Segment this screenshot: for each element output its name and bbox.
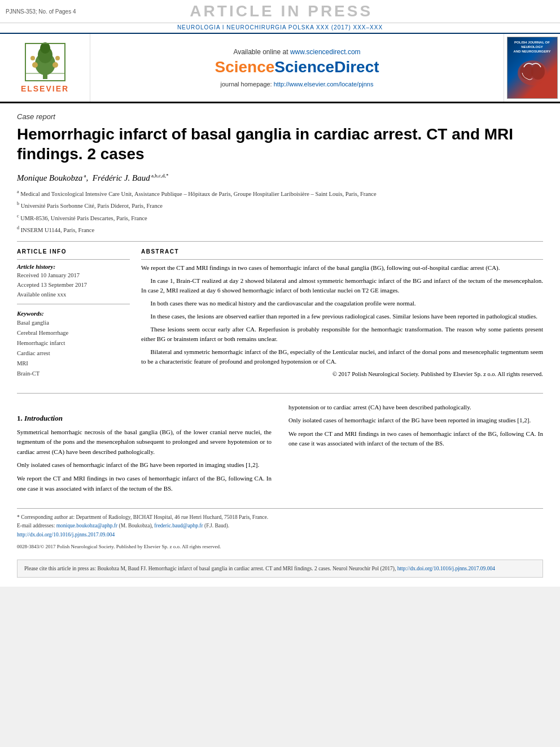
article-title: Hemorrhagic infarct of basal ganglia in … bbox=[17, 124, 543, 164]
accepted-date: Accepted 13 September 2017 bbox=[17, 281, 130, 290]
divider-abstract-top bbox=[141, 259, 543, 260]
abstract-col: ABSTRACT We report the CT and MRI findin… bbox=[141, 248, 543, 383]
abstract-para-4: In these cases, the lesions are observed… bbox=[141, 312, 543, 321]
corresponding-author-note: * Corresponding author at: Department of… bbox=[17, 513, 543, 522]
article-info-header: ARTICLE INFO bbox=[17, 248, 130, 255]
abstract-para-2: In case 1, Brain-CT realized at day 2 sh… bbox=[141, 276, 543, 295]
abstract-para-5: These lesions seem occur early after CA.… bbox=[141, 325, 543, 344]
affiliation-a: a Medical and Toxicological Intensive Ca… bbox=[17, 189, 543, 198]
journal-homepage-text: journal homepage: http://www.elsevier.co… bbox=[221, 81, 374, 88]
keyword-6: Brain-CT bbox=[17, 369, 130, 379]
received-date: Received 10 January 2017 bbox=[17, 271, 130, 281]
svg-point-5 bbox=[53, 62, 58, 68]
keyword-4: Cardiac arrest bbox=[17, 348, 130, 359]
journal-name-link[interactable]: NEUROLOGIA I NEUROCHIRURGIA POLSKA XXX (… bbox=[177, 24, 383, 30]
right-para-3: We report the CT and MRI findings in two… bbox=[288, 429, 543, 449]
section-1-label: Introduction bbox=[24, 414, 63, 422]
elsevier-text: ELSEVIER bbox=[21, 84, 69, 93]
article-info-col: ARTICLE INFO Article history: Received 1… bbox=[17, 248, 130, 383]
cover-title-line1: POLISH JOURNAL OF bbox=[514, 41, 550, 45]
keyword-3: Hemorrhagic infarct bbox=[17, 338, 130, 348]
email-label: E-mail addresses: bbox=[17, 523, 55, 528]
abstract-header: ABSTRACT bbox=[141, 248, 543, 255]
intro-para-1: Symmetrical hemorrhagic necrosis of the … bbox=[17, 427, 272, 457]
author-1-name: Monique Boukobza bbox=[17, 173, 82, 182]
email-2-person: (F.J. Baud). bbox=[204, 523, 229, 528]
email-1-person: (M. Boukobza), bbox=[119, 523, 153, 528]
cite-box: Please cite this article in press as: Bo… bbox=[17, 560, 543, 578]
abstract-text: We report the CT and MRI findings in two… bbox=[141, 263, 543, 379]
section-introduction: 1. Introduction Symmetrical hemorrhagic … bbox=[17, 414, 272, 494]
article-type-label: Case report bbox=[17, 112, 543, 121]
keyword-1: Basal ganglia bbox=[17, 318, 130, 328]
svg-point-12 bbox=[531, 64, 545, 80]
cite-doi-link[interactable]: http://dx.doi.org/10.1016/j.pjnns.2017.0… bbox=[397, 566, 495, 571]
abstract-para-6: Bilateral and symmetric hemorrhagic infa… bbox=[141, 347, 543, 366]
affiliation-c: c UMR-8536, Université Paris Descartes, … bbox=[17, 213, 543, 222]
science-direct-logo: ScienceScienceDirect bbox=[215, 58, 379, 76]
author-1-sup: a bbox=[82, 173, 86, 178]
affiliation-b: b Université Paris Sorbonne Cité, Paris … bbox=[17, 200, 543, 210]
email-addresses-line: E-mail addresses: monique.boukobza@aphp.… bbox=[17, 522, 543, 530]
article-in-press-title: ARTICLE IN PRESS bbox=[76, 2, 487, 20]
cover-title-line2: NEUROLOGY bbox=[521, 45, 543, 50]
affiliation-d: d INSERM U1144, Paris, France bbox=[17, 225, 543, 234]
svg-point-7 bbox=[55, 56, 60, 60]
svg-point-6 bbox=[30, 56, 35, 60]
divider-body-top bbox=[17, 393, 543, 394]
doi-link[interactable]: http://dx.doi.org/10.1016/j.pjnns.2017.0… bbox=[17, 532, 115, 538]
right-para-1: hypotension or to cardiac arrest (CA) ha… bbox=[288, 403, 543, 413]
author-2-name: Frédéric J. Baud bbox=[93, 173, 150, 182]
elsevier-logo-box: ELSEVIER bbox=[0, 34, 90, 102]
body-right-col: hypotension or to cardiac arrest (CA) ha… bbox=[288, 403, 543, 497]
divider-affiliations bbox=[17, 241, 543, 242]
journal-homepage-link[interactable]: http://www.elsevier.com/locate/pjnns bbox=[274, 81, 374, 88]
divider-info-mid bbox=[17, 304, 130, 304]
footnote-area: * Corresponding author at: Department of… bbox=[17, 508, 543, 551]
article-history-label: Article history: bbox=[17, 263, 130, 270]
cover-title-line3: AND NEUROSURGERY bbox=[514, 50, 551, 54]
science-direct-url[interactable]: www.sciencedirect.com bbox=[290, 48, 361, 56]
body-left-col: 1. Introduction Symmetrical hemorrhagic … bbox=[17, 403, 272, 497]
cite-prefix: Please cite this article in press as: Bo… bbox=[24, 566, 396, 571]
divider-info-top bbox=[17, 259, 130, 260]
issn-line: 0028-3843/© 2017 Polish Neurological Soc… bbox=[17, 543, 543, 551]
cover-brain-image bbox=[515, 56, 549, 90]
abstract-para-3: In both cases there was no medical histo… bbox=[141, 299, 543, 308]
email-2-link[interactable]: frederic.baud@aphp.fr bbox=[154, 523, 203, 528]
available-online: Available online xxx bbox=[17, 290, 130, 300]
section-1-number: 1. bbox=[17, 414, 23, 422]
journal-cover-box: POLISH JOURNAL OF NEUROLOGY AND NEUROSUR… bbox=[504, 34, 560, 102]
pjnns-ref: PJNNS-353; No. of Pages 4 bbox=[6, 8, 76, 15]
svg-point-4 bbox=[32, 62, 38, 68]
journal-cover-image: POLISH JOURNAL OF NEUROLOGY AND NEUROSUR… bbox=[507, 37, 558, 99]
email-1-link[interactable]: monique.boukobza@aphp.fr bbox=[56, 523, 117, 528]
article-info-abstract-section: ARTICLE INFO Article history: Received 1… bbox=[17, 248, 543, 383]
right-para-2: Only isolated cases of hemorrhagic infar… bbox=[288, 416, 543, 426]
abstract-copyright: © 2017 Polish Neurological Society. Publ… bbox=[141, 370, 543, 379]
main-content: Case report Hemorrhagic infarct of basal… bbox=[0, 103, 560, 587]
body-intro-text: Symmetrical hemorrhagic necrosis of the … bbox=[17, 427, 272, 494]
elsevier-tree-icon bbox=[23, 42, 68, 82]
header-top-bar: PJNNS-353; No. of Pages 4 ARTICLE IN PRE… bbox=[0, 0, 560, 23]
journal-header: ELSEVIER Available online at www.science… bbox=[0, 34, 560, 103]
intro-para-3: We report the CT and MRI findings in two… bbox=[17, 474, 272, 493]
journal-name-bar: NEUROLOGIA I NEUROCHIRURGIA POLSKA XXX (… bbox=[0, 23, 560, 34]
abstract-para-1: We report the CT and MRI findings in two… bbox=[141, 263, 543, 273]
author-2-sup: a,b,c,d,* bbox=[150, 173, 169, 178]
keyword-2: Cerebral Hemorrhage bbox=[17, 328, 130, 338]
keyword-5: MRI bbox=[17, 359, 130, 369]
journal-center: Available online at www.sciencedirect.co… bbox=[90, 34, 504, 102]
body-two-col: 1. Introduction Symmetrical hemorrhagic … bbox=[17, 403, 543, 497]
keywords-label: Keywords: bbox=[17, 310, 130, 317]
section-1-title: 1. Introduction bbox=[17, 414, 272, 423]
body-right-text: hypotension or to cardiac arrest (CA) ha… bbox=[288, 403, 543, 449]
intro-para-2: Only isolated cases of hemorrhagic infar… bbox=[17, 460, 272, 470]
doi-link-line: http://dx.doi.org/10.1016/j.pjnns.2017.0… bbox=[17, 531, 543, 539]
available-online-text: Available online at www.sciencedirect.co… bbox=[233, 48, 360, 56]
authors-line: Monique Boukobza a, Frédéric J. Baud a,b… bbox=[17, 173, 543, 183]
